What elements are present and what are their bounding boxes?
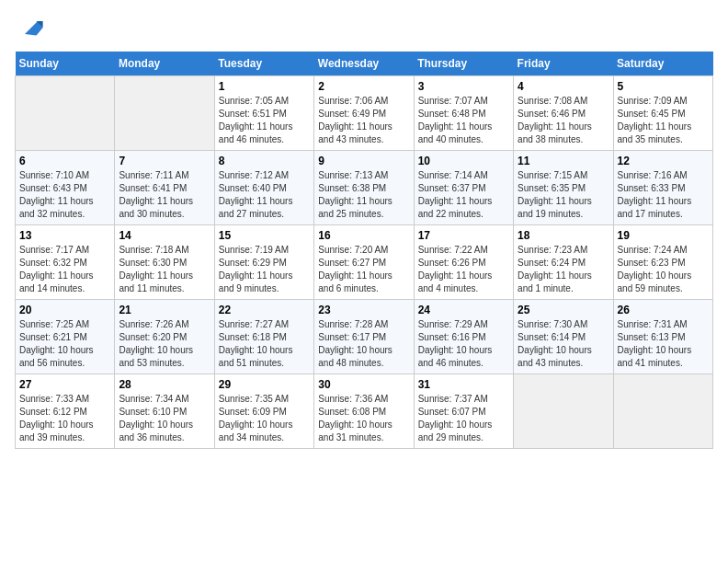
day-number: 22 — [219, 304, 310, 316]
day-number: 10 — [418, 155, 509, 167]
day-number: 28 — [119, 378, 210, 391]
day-of-week-header: Tuesday — [214, 52, 313, 76]
calendar-day-cell: 24Sunrise: 7:29 AMSunset: 6:16 PMDayligh… — [414, 300, 513, 374]
calendar-table: SundayMondayTuesdayWednesdayThursdayFrid… — [15, 52, 713, 449]
day-number: 3 — [418, 80, 509, 93]
day-number: 20 — [19, 304, 110, 316]
day-of-week-header: Monday — [115, 52, 214, 76]
day-info: Sunrise: 7:08 AMSunset: 6:46 PMDaylight:… — [518, 95, 609, 146]
day-info: Sunrise: 7:10 AMSunset: 6:43 PMDaylight:… — [19, 169, 110, 221]
calendar-day-cell: 31Sunrise: 7:37 AMSunset: 6:07 PMDayligh… — [414, 374, 513, 449]
day-info: Sunrise: 7:23 AMSunset: 6:24 PMDaylight:… — [518, 244, 609, 295]
day-info: Sunrise: 7:22 AMSunset: 6:26 PMDaylight:… — [418, 244, 509, 295]
day-info: Sunrise: 7:25 AMSunset: 6:21 PMDaylight:… — [19, 318, 110, 370]
calendar-day-cell: 17Sunrise: 7:22 AMSunset: 6:26 PMDayligh… — [414, 225, 513, 300]
calendar-day-cell: 11Sunrise: 7:15 AMSunset: 6:35 PMDayligh… — [514, 151, 613, 225]
calendar-day-cell: 23Sunrise: 7:28 AMSunset: 6:17 PMDayligh… — [314, 300, 414, 374]
day-info: Sunrise: 7:18 AMSunset: 6:30 PMDaylight:… — [119, 244, 210, 295]
day-info: Sunrise: 7:20 AMSunset: 6:27 PMDaylight:… — [318, 244, 409, 295]
calendar-day-cell: 4Sunrise: 7:08 AMSunset: 6:46 PMDaylight… — [514, 76, 613, 151]
day-number: 29 — [219, 378, 310, 391]
day-number: 21 — [119, 304, 210, 316]
calendar-day-cell: 19Sunrise: 7:24 AMSunset: 6:23 PMDayligh… — [613, 225, 712, 300]
calendar-day-cell: 9Sunrise: 7:13 AMSunset: 6:38 PMDaylight… — [314, 151, 414, 225]
calendar-day-cell: 22Sunrise: 7:27 AMSunset: 6:18 PMDayligh… — [214, 300, 313, 374]
day-info: Sunrise: 7:16 AMSunset: 6:33 PMDaylight:… — [618, 169, 709, 221]
day-number: 15 — [219, 229, 310, 242]
calendar-day-cell: 21Sunrise: 7:26 AMSunset: 6:20 PMDayligh… — [115, 300, 214, 374]
day-info: Sunrise: 7:13 AMSunset: 6:38 PMDaylight:… — [318, 169, 409, 221]
calendar-day-cell: 16Sunrise: 7:20 AMSunset: 6:27 PMDayligh… — [314, 225, 414, 300]
calendar-day-cell: 27Sunrise: 7:33 AMSunset: 6:12 PMDayligh… — [16, 374, 115, 449]
day-number: 25 — [518, 304, 609, 316]
day-number: 7 — [119, 155, 210, 167]
day-number: 8 — [219, 155, 310, 167]
calendar-day-cell: 18Sunrise: 7:23 AMSunset: 6:24 PMDayligh… — [514, 225, 613, 300]
day-info: Sunrise: 7:17 AMSunset: 6:32 PMDaylight:… — [19, 244, 110, 295]
day-info: Sunrise: 7:29 AMSunset: 6:16 PMDaylight:… — [418, 318, 509, 370]
calendar-day-cell — [16, 76, 115, 151]
calendar-day-cell: 8Sunrise: 7:12 AMSunset: 6:40 PMDaylight… — [214, 151, 313, 225]
day-info: Sunrise: 7:26 AMSunset: 6:20 PMDaylight:… — [119, 318, 210, 370]
day-number: 1 — [219, 80, 310, 93]
calendar-week-row: 6Sunrise: 7:10 AMSunset: 6:43 PMDaylight… — [16, 151, 713, 225]
day-info: Sunrise: 7:11 AMSunset: 6:41 PMDaylight:… — [119, 169, 210, 221]
day-number: 2 — [318, 80, 409, 93]
calendar-day-cell: 15Sunrise: 7:19 AMSunset: 6:29 PMDayligh… — [214, 225, 313, 300]
calendar-day-cell — [514, 374, 613, 449]
day-info: Sunrise: 7:27 AMSunset: 6:18 PMDaylight:… — [219, 318, 310, 370]
day-of-week-header: Thursday — [414, 52, 513, 76]
day-info: Sunrise: 7:15 AMSunset: 6:35 PMDaylight:… — [518, 169, 609, 221]
day-info: Sunrise: 7:12 AMSunset: 6:40 PMDaylight:… — [219, 169, 310, 221]
day-number: 13 — [19, 229, 110, 242]
calendar-day-cell: 25Sunrise: 7:30 AMSunset: 6:14 PMDayligh… — [514, 300, 613, 374]
calendar-day-cell: 26Sunrise: 7:31 AMSunset: 6:13 PMDayligh… — [613, 300, 712, 374]
calendar-day-cell: 3Sunrise: 7:07 AMSunset: 6:48 PMDaylight… — [414, 76, 513, 151]
calendar-day-cell: 14Sunrise: 7:18 AMSunset: 6:30 PMDayligh… — [115, 225, 214, 300]
calendar-week-row: 27Sunrise: 7:33 AMSunset: 6:12 PMDayligh… — [16, 374, 713, 449]
day-number: 17 — [418, 229, 509, 242]
day-info: Sunrise: 7:33 AMSunset: 6:12 PMDaylight:… — [19, 393, 110, 444]
day-info: Sunrise: 7:34 AMSunset: 6:10 PMDaylight:… — [119, 393, 210, 444]
calendar-day-cell: 13Sunrise: 7:17 AMSunset: 6:32 PMDayligh… — [16, 225, 115, 300]
day-number: 26 — [618, 304, 709, 316]
day-number: 11 — [518, 155, 609, 167]
day-number: 24 — [418, 304, 509, 316]
day-info: Sunrise: 7:24 AMSunset: 6:23 PMDaylight:… — [618, 244, 709, 295]
day-info: Sunrise: 7:06 AMSunset: 6:49 PMDaylight:… — [318, 95, 409, 146]
day-info: Sunrise: 7:14 AMSunset: 6:37 PMDaylight:… — [418, 169, 509, 221]
logo-icon — [18, 15, 44, 40]
calendar-day-cell: 28Sunrise: 7:34 AMSunset: 6:10 PMDayligh… — [115, 374, 214, 449]
calendar-day-cell: 29Sunrise: 7:35 AMSunset: 6:09 PMDayligh… — [214, 374, 313, 449]
day-number: 6 — [19, 155, 110, 167]
calendar-week-row: 1Sunrise: 7:05 AMSunset: 6:51 PMDaylight… — [16, 76, 713, 151]
day-number: 19 — [618, 229, 709, 242]
calendar-week-row: 13Sunrise: 7:17 AMSunset: 6:32 PMDayligh… — [16, 225, 713, 300]
day-number: 14 — [119, 229, 210, 242]
calendar-day-cell: 20Sunrise: 7:25 AMSunset: 6:21 PMDayligh… — [16, 300, 115, 374]
calendar-day-cell: 12Sunrise: 7:16 AMSunset: 6:33 PMDayligh… — [613, 151, 712, 225]
calendar-day-cell: 1Sunrise: 7:05 AMSunset: 6:51 PMDaylight… — [214, 76, 313, 151]
day-of-week-header: Saturday — [613, 52, 712, 76]
day-number: 12 — [618, 155, 709, 167]
day-number: 5 — [618, 80, 709, 93]
calendar-day-cell: 2Sunrise: 7:06 AMSunset: 6:49 PMDaylight… — [314, 76, 414, 151]
calendar-day-cell — [115, 76, 214, 151]
day-info: Sunrise: 7:09 AMSunset: 6:45 PMDaylight:… — [618, 95, 709, 146]
logo — [15, 15, 44, 40]
day-number: 30 — [318, 378, 409, 391]
day-info: Sunrise: 7:07 AMSunset: 6:48 PMDaylight:… — [418, 95, 509, 146]
page-header — [15, 15, 713, 40]
calendar-day-cell: 7Sunrise: 7:11 AMSunset: 6:41 PMDaylight… — [115, 151, 214, 225]
calendar-day-cell: 5Sunrise: 7:09 AMSunset: 6:45 PMDaylight… — [613, 76, 712, 151]
calendar-week-row: 20Sunrise: 7:25 AMSunset: 6:21 PMDayligh… — [16, 300, 713, 374]
day-number: 27 — [19, 378, 110, 391]
calendar-day-cell: 30Sunrise: 7:36 AMSunset: 6:08 PMDayligh… — [314, 374, 414, 449]
day-info: Sunrise: 7:05 AMSunset: 6:51 PMDaylight:… — [219, 95, 310, 146]
day-of-week-header: Friday — [514, 52, 613, 76]
day-info: Sunrise: 7:31 AMSunset: 6:13 PMDaylight:… — [618, 318, 709, 370]
day-number: 23 — [318, 304, 409, 316]
day-info: Sunrise: 7:36 AMSunset: 6:08 PMDaylight:… — [318, 393, 409, 444]
day-number: 31 — [418, 378, 509, 391]
day-info: Sunrise: 7:28 AMSunset: 6:17 PMDaylight:… — [318, 318, 409, 370]
